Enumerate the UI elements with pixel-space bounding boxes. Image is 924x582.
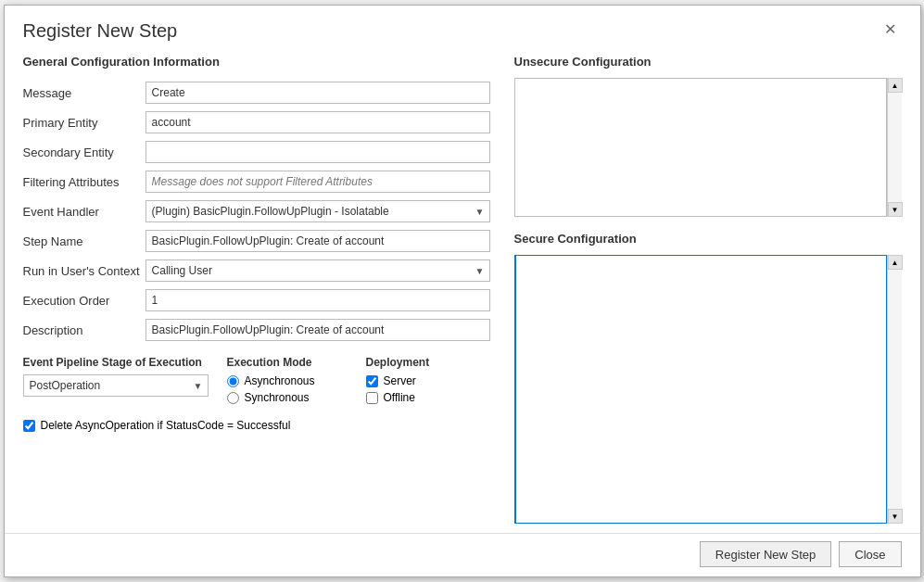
event-handler-row: Event Handler (Plugin) BasicPlugin.Follo…: [23, 196, 496, 226]
execution-order-label: Execution Order: [23, 285, 146, 315]
execution-order-input[interactable]: [146, 289, 490, 311]
secure-scrollbar: ▲ ▼: [887, 255, 902, 524]
synchronous-radio[interactable]: [227, 392, 239, 404]
offline-label: Offline: [384, 391, 415, 404]
description-input[interactable]: [146, 319, 490, 341]
unsecure-scroll-down[interactable]: ▼: [888, 202, 903, 217]
filtering-attributes-row: Filtering Attributes: [23, 167, 496, 196]
message-label: Message: [23, 78, 146, 108]
description-row: Description: [23, 315, 496, 345]
unsecure-config-wrapper: ▲ ▼: [514, 78, 902, 217]
unsecure-scrollbar: ▲ ▼: [887, 78, 902, 217]
unsecure-config-title: Unsecure Configuration: [514, 55, 902, 69]
asynchronous-radio[interactable]: [227, 375, 239, 387]
deployment-group: Server Offline: [366, 374, 459, 404]
stage-col: Event Pipeline Stage of Execution PostOp…: [23, 356, 209, 397]
deployment-label: Deployment: [366, 356, 459, 369]
primary-entity-label: Primary Entity: [23, 108, 146, 137]
run-in-context-row: Run in User's Context Calling User ▼: [23, 256, 496, 285]
delete-async-row: Delete AsyncOperation if StatusCode = Su…: [23, 419, 496, 432]
description-label: Description: [23, 315, 146, 345]
secondary-entity-input[interactable]: [146, 141, 490, 163]
mode-label: Execution Mode: [227, 356, 348, 369]
secure-config-title: Secure Configuration: [514, 232, 902, 246]
unsecure-scroll-up[interactable]: ▲: [888, 78, 903, 93]
step-name-row: Step Name: [23, 226, 496, 256]
register-new-step-button[interactable]: Register New Step: [700, 541, 831, 567]
right-panel: Unsecure Configuration ▲ ▼ Secure Config…: [514, 49, 902, 524]
step-name-input[interactable]: [146, 230, 490, 252]
offline-checkbox[interactable]: [366, 392, 378, 404]
secure-scroll-down[interactable]: ▼: [888, 509, 903, 524]
title-bar: Register New Step ✕: [5, 6, 920, 49]
secure-config-area: Secure Configuration ▲ ▼: [514, 226, 902, 524]
delete-async-checkbox[interactable]: [23, 420, 35, 432]
offline-option[interactable]: Offline: [366, 391, 459, 404]
event-handler-label: Event Handler: [23, 196, 146, 226]
run-in-context-select[interactable]: Calling User: [146, 259, 490, 282]
execution-order-row: Execution Order: [23, 285, 496, 315]
deployment-col: Deployment Server Offline: [366, 356, 459, 404]
delete-async-label: Delete AsyncOperation if StatusCode = Su…: [41, 419, 291, 432]
register-new-step-dialog: Register New Step ✕ General Configuratio…: [4, 5, 921, 577]
event-handler-select[interactable]: (Plugin) BasicPlugin.FollowUpPlugin - Is…: [146, 200, 490, 222]
event-handler-wrapper: (Plugin) BasicPlugin.FollowUpPlugin - Is…: [146, 200, 490, 222]
run-in-context-wrapper: Calling User ▼: [146, 259, 490, 282]
secondary-entity-row: Secondary Entity: [23, 137, 496, 167]
synchronous-label: Synchronous: [245, 391, 310, 404]
asynchronous-label: Asynchronous: [245, 374, 315, 387]
secure-scroll-up[interactable]: ▲: [888, 255, 903, 270]
asynchronous-option[interactable]: Asynchronous: [227, 374, 348, 387]
filtering-attributes-input[interactable]: [146, 171, 490, 193]
secondary-entity-label: Secondary Entity: [23, 137, 146, 167]
mode-col: Execution Mode Asynchronous Synchronous: [227, 356, 348, 404]
close-button[interactable]: Close: [839, 541, 901, 567]
dialog-title: Register New Step: [23, 20, 178, 42]
dialog-footer: Register New Step Close: [5, 533, 920, 576]
stage-select-wrapper: PostOperation ▼: [23, 374, 209, 397]
secure-config-wrapper: ▲ ▼: [514, 255, 902, 524]
server-option[interactable]: Server: [366, 374, 459, 387]
message-input[interactable]: [146, 82, 490, 104]
step-name-label: Step Name: [23, 226, 146, 256]
form-table: Message Primary Entity Secondary Entity: [23, 78, 496, 345]
close-icon[interactable]: ✕: [879, 20, 902, 39]
message-row: Message: [23, 78, 496, 108]
secure-config-textarea[interactable]: [514, 255, 887, 524]
filtering-attributes-label: Filtering Attributes: [23, 167, 146, 196]
left-panel: General Configuration Information Messag…: [23, 49, 496, 524]
server-checkbox[interactable]: [366, 375, 378, 387]
synchronous-option[interactable]: Synchronous: [227, 391, 348, 404]
server-label: Server: [384, 374, 416, 387]
execution-mode-group: Asynchronous Synchronous: [227, 374, 348, 404]
dialog-body: General Configuration Information Messag…: [5, 49, 920, 533]
primary-entity-input[interactable]: [146, 111, 490, 133]
unsecure-config-textarea[interactable]: [514, 78, 887, 217]
run-in-context-label: Run in User's Context: [23, 256, 146, 285]
unsecure-config-area: Unsecure Configuration ▲ ▼: [514, 49, 902, 217]
general-config-title: General Configuration Information: [23, 55, 496, 69]
stage-select[interactable]: PostOperation: [23, 374, 209, 397]
primary-entity-row: Primary Entity: [23, 108, 496, 137]
stage-label: Event Pipeline Stage of Execution: [23, 356, 209, 369]
